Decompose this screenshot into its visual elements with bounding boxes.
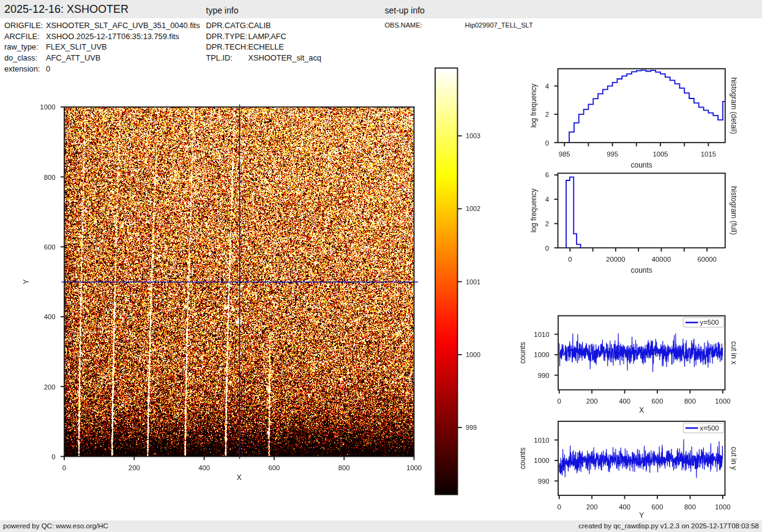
svg-text:1000: 1000 <box>40 103 55 111</box>
svg-text:800: 800 <box>44 174 56 181</box>
svg-text:1005: 1005 <box>652 150 668 158</box>
svg-text:histogram (full): histogram (full) <box>730 187 738 235</box>
svg-text:20000: 20000 <box>606 256 625 263</box>
svg-text:1000: 1000 <box>534 457 549 464</box>
svg-text:2: 2 <box>545 111 549 118</box>
svg-text:1000: 1000 <box>534 351 549 358</box>
svg-text:800: 800 <box>684 503 696 511</box>
svg-text:990: 990 <box>538 372 550 379</box>
svg-text:counts: counts <box>631 161 652 169</box>
svg-text:1010: 1010 <box>534 331 549 338</box>
svg-text:0: 0 <box>568 256 572 263</box>
svg-text:400: 400 <box>619 503 630 511</box>
svg-text:600: 600 <box>44 243 56 251</box>
svg-text:1000: 1000 <box>406 464 422 471</box>
svg-text:log frequency: log frequency <box>529 188 538 232</box>
svg-text:400: 400 <box>619 397 630 405</box>
svg-text:1001: 1001 <box>466 278 480 286</box>
svg-text:6: 6 <box>545 171 549 179</box>
svg-text:200: 200 <box>129 464 140 471</box>
svg-text:1000: 1000 <box>715 397 730 405</box>
svg-text:995: 995 <box>607 150 618 158</box>
svg-text:60000: 60000 <box>697 256 716 263</box>
svg-text:counts: counts <box>518 342 527 363</box>
svg-text:985: 985 <box>559 150 570 158</box>
svg-text:400: 400 <box>44 313 56 320</box>
svg-text:200: 200 <box>586 397 598 405</box>
svg-text:4: 4 <box>545 83 549 90</box>
svg-text:x=500: x=500 <box>700 424 719 432</box>
svg-text:counts: counts <box>631 266 652 275</box>
svg-text:0: 0 <box>62 464 66 471</box>
svg-text:X: X <box>237 473 242 482</box>
svg-text:1000: 1000 <box>466 351 480 358</box>
svg-text:histogram (detail): histogram (detail) <box>730 77 738 134</box>
svg-text:600: 600 <box>652 503 663 511</box>
svg-text:1015: 1015 <box>701 150 716 158</box>
svg-text:counts: counts <box>518 448 527 469</box>
svg-text:0: 0 <box>545 139 549 147</box>
svg-text:4: 4 <box>545 196 549 203</box>
svg-text:800: 800 <box>338 464 350 471</box>
svg-text:cut in y: cut in y <box>730 446 738 470</box>
svg-text:1010: 1010 <box>534 437 549 444</box>
svg-text:y=500: y=500 <box>700 319 719 326</box>
svg-text:600: 600 <box>652 397 663 405</box>
svg-text:400: 400 <box>198 464 210 471</box>
svg-text:40000: 40000 <box>652 256 671 263</box>
svg-text:600: 600 <box>268 464 280 471</box>
svg-text:log frequency: log frequency <box>529 84 538 128</box>
svg-text:800: 800 <box>684 397 696 405</box>
svg-text:200: 200 <box>44 383 56 391</box>
svg-text:1002: 1002 <box>466 205 480 212</box>
svg-text:Y: Y <box>23 279 31 284</box>
svg-text:1000: 1000 <box>715 503 730 511</box>
svg-text:X: X <box>639 406 644 415</box>
svg-text:cut in x: cut in x <box>730 341 738 364</box>
svg-text:999: 999 <box>466 424 477 431</box>
svg-text:1003: 1003 <box>466 132 480 139</box>
svg-text:200: 200 <box>586 503 598 511</box>
svg-text:0: 0 <box>558 397 561 405</box>
svg-text:2: 2 <box>545 220 549 227</box>
svg-text:990: 990 <box>538 478 550 485</box>
svg-text:0: 0 <box>558 503 561 511</box>
svg-text:0: 0 <box>545 245 549 252</box>
svg-text:0: 0 <box>51 453 55 460</box>
svg-text:Y: Y <box>639 511 644 520</box>
